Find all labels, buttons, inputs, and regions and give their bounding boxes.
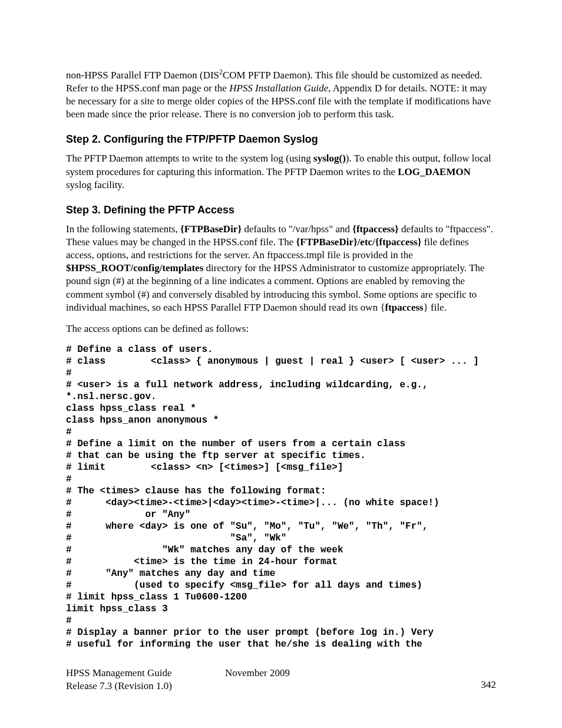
text-bold: {FTPBaseDir} xyxy=(180,223,242,235)
text-bold: {FTPBaseDir}/etc/{ftpaccess} xyxy=(296,236,422,248)
footer-guide: HPSS Management Guide xyxy=(66,667,225,680)
text-bold: ftpaccess xyxy=(385,302,424,313)
text-bold: $HPSS_ROOT/config/templates xyxy=(66,262,203,274)
text: In the following statements, xyxy=(66,223,180,235)
text-bold: syslog() xyxy=(313,153,346,164)
text: } file. xyxy=(424,302,447,313)
step3-heading: Step 3. Defining the PFTP Access xyxy=(66,203,496,217)
text-bold: LOG_DAEMON xyxy=(398,166,471,177)
text: syslog facility. xyxy=(66,179,124,190)
footer-release: Release 7.3 (Revision 1.0) xyxy=(66,680,172,693)
page-footer: HPSS Management Guide November 2009 Rele… xyxy=(66,667,496,693)
step3-paragraph-2: The access options can be defined as fol… xyxy=(66,322,496,335)
text: defaults to "/var/hpss" and xyxy=(242,223,352,235)
text-bold: {ftpaccess} xyxy=(352,223,399,235)
footer-page-number: 342 xyxy=(481,678,497,691)
text: The PFTP Daemon attempts to write to the… xyxy=(66,153,313,164)
text: non-HPSS Parallel FTP Daemon (DIS xyxy=(66,70,219,81)
code-block: # Define a class of users. # class <clas… xyxy=(66,344,496,650)
intro-paragraph: non-HPSS Parallel FTP Daemon (DIS2COM PF… xyxy=(66,68,496,121)
step2-heading: Step 2. Configuring the FTP/PFTP Daemon … xyxy=(66,133,496,146)
step3-paragraph-1: In the following statements, {FTPBaseDir… xyxy=(66,223,496,314)
footer-date: November 2009 xyxy=(225,667,290,680)
document-page: non-HPSS Parallel FTP Daemon (DIS2COM PF… xyxy=(0,0,562,728)
step2-paragraph: The PFTP Daemon attempts to write to the… xyxy=(66,152,496,191)
text-italic: HPSS Installation Guide xyxy=(229,83,328,94)
